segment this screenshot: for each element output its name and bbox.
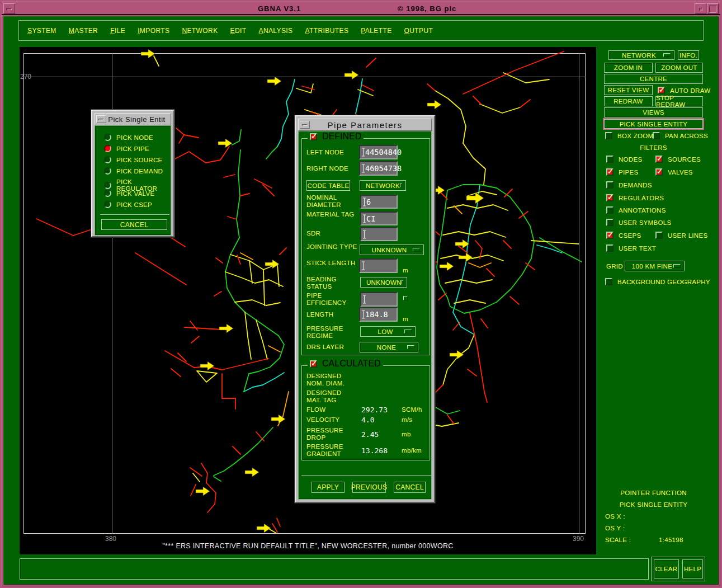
filter-demands-box[interactable] [606,181,614,189]
pipe-dialog-menu-button[interactable] [300,121,310,129]
redraw-button[interactable]: REDRAW [604,96,653,106]
filter-cseps-box[interactable] [606,232,614,239]
pick-node-radio[interactable] [104,134,111,141]
filter-pipes-box[interactable] [606,168,614,176]
pick-valve-radio[interactable] [104,190,111,197]
info-button[interactable]: INFO. [678,50,699,60]
pick-single-entity-button[interactable]: PICK SINGLE ENTITY [603,118,704,130]
filter-pipes[interactable]: PIPES [606,168,638,176]
box-zoom-checkbox-box[interactable] [605,132,612,139]
command-entry-bar[interactable] [20,558,649,580]
filter-valves-box[interactable] [655,168,663,176]
menu-system[interactable]: SYSTEM [27,27,56,35]
filter-cseps[interactable]: CSEPS [606,232,641,239]
maximize-button[interactable] [707,3,719,14]
pick-dialog-menu-button[interactable] [96,115,106,123]
pressure-gradient-value: 13.268 [361,446,388,455]
box-zoom-checkbox[interactable]: BOX ZOOM [605,132,653,139]
menu-edit[interactable]: EDIT [230,27,247,35]
calculated-checkbox[interactable] [310,360,317,368]
stick-length-field[interactable] [359,258,398,273]
defined-checkbox[interactable] [310,133,317,140]
pipe-efficiency-indicator[interactable] [403,296,408,300]
menu-file[interactable]: FILE [110,27,125,35]
pick-cancel-button[interactable]: CANCEL [101,219,167,230]
filter-user-text[interactable]: USER TEXT [606,244,656,252]
menu-palette[interactable]: PALETTE [361,27,391,35]
pick-pipe-option[interactable]: PICK PIPE [104,145,149,152]
filter-sources-box[interactable] [655,156,663,163]
pressure-drop-unit: mb [402,431,411,438]
text-cursor-icon [363,230,366,238]
filter-sources[interactable]: SOURCES [655,156,701,163]
menu-imports[interactable]: IMPORTS [138,27,169,35]
nominal-diameter-field[interactable]: 6 [360,195,398,209]
grid-scale-dropdown[interactable]: 100 KM FINE [625,261,685,271]
previous-button[interactable]: PREVIOUS [352,482,386,493]
right-node-field[interactable]: 46054738 [359,161,398,176]
filter-demands[interactable]: DEMANDS [606,181,652,189]
pick-csep-option[interactable]: PICK CSEP [104,201,152,208]
pick-csep-radio[interactable] [104,201,111,208]
pick-demand-option[interactable]: PICK DEMAND [104,167,163,175]
filter-annotations[interactable]: ANNOTATIONS [606,206,666,214]
calculated-section-header: CALCULATED [308,359,383,369]
zoom-out-button[interactable]: ZOOM OUT [655,63,703,73]
left-node-field[interactable]: 44504840 [359,145,398,159]
pressure-regime-label: PRESSURE REGIME [306,325,358,340]
pipe-efficiency-field[interactable] [360,292,398,307]
pick-source-option[interactable]: PICK SOURCE [104,156,163,163]
pick-dialog-titlebar[interactable]: Pick Single Entit [95,113,171,125]
pan-across-checkbox-box[interactable] [653,132,660,139]
background-geography-box[interactable] [605,278,612,285]
menu-network[interactable]: NETWORK [182,27,218,35]
menu-analysis[interactable]: ANALYSIS [258,27,292,35]
centre-button[interactable]: CENTRE [604,74,703,84]
filter-user-text-box[interactable] [606,244,614,252]
stop-redraw-button[interactable]: STOP REDRAW [655,96,703,106]
pick-source-radio[interactable] [104,156,111,163]
pick-node-option[interactable]: PICK NODE [104,134,153,141]
menu-attributes[interactable]: ATTRIBUTES [305,27,349,35]
pick-valve-option[interactable]: PICK VALVE [104,190,154,197]
background-geography-checkbox[interactable]: BACKGROUND GEOGRAPHY [605,278,710,285]
pick-pipe-radio[interactable] [104,145,111,152]
menu-output[interactable]: OUTPUT [404,27,433,35]
filter-user-symbols[interactable]: USER SYMBOLS [606,219,671,226]
material-tag-field[interactable]: CI [360,211,398,225]
filter-user-symbols-box[interactable] [606,219,614,226]
pan-across-checkbox[interactable]: PAN ACROSS [653,132,708,139]
pick-demand-radio[interactable] [104,167,111,175]
pick-regulator-radio[interactable] [104,182,111,189]
sdr-field[interactable] [360,227,398,241]
help-button[interactable]: HELP [682,559,703,578]
views-button[interactable]: VIEWS [604,107,703,117]
code-table-dropdown[interactable]: NETWORK [360,180,406,191]
beading-status-dropdown[interactable]: UNKNOWN [360,277,407,288]
cancel-button[interactable]: CANCEL [394,482,426,493]
minimize-button[interactable] [695,3,706,14]
reset-view-button[interactable]: RESET VIEW [604,85,653,95]
zoom-in-button[interactable]: ZOOM IN [604,63,653,73]
code-table-button[interactable]: CODE TABLE [306,180,350,191]
filter-user-lines[interactable]: USER LINES [655,232,707,239]
filter-regulators[interactable]: REGULATORS [606,194,664,201]
jointing-type-dropdown[interactable]: UNKNOWN [360,244,424,255]
apply-button[interactable]: APPLY [312,482,345,493]
drs-layer-dropdown[interactable]: NONE [360,342,418,352]
filter-nodes[interactable]: NODES [606,156,642,163]
filter-nodes-box[interactable] [606,156,614,163]
menu-master[interactable]: MASTER [69,27,98,35]
network-mode-dropdown[interactable]: NETWORK [608,50,674,60]
filter-regulators-box[interactable] [606,194,614,201]
filter-user-lines-box[interactable] [655,232,663,239]
auto-draw-checkbox-box[interactable] [658,87,665,94]
filter-valves[interactable]: VALVES [655,168,693,176]
length-field[interactable]: 184.8 [359,307,398,322]
pipe-dialog-titlebar[interactable]: Pipe Parameters [298,119,432,131]
pressure-regime-dropdown[interactable]: LOW [360,326,416,337]
filter-annotations-box[interactable] [606,206,614,214]
clear-button[interactable]: CLEAR [654,559,679,578]
auto-draw-checkbox[interactable]: AUTO DRAW [658,87,710,94]
window-menu-button[interactable] [3,3,15,14]
